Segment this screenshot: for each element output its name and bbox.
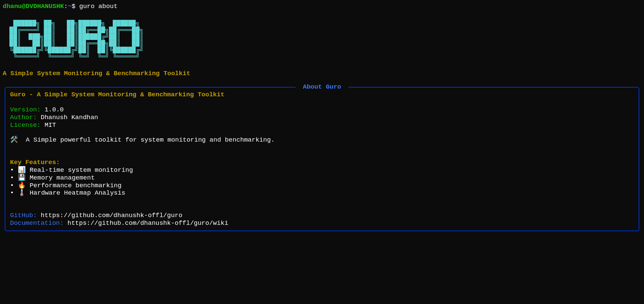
prompt-user-host: dhanu@DVDHANUSHK [3, 3, 64, 10]
author-label: Author: [10, 114, 37, 121]
author-value: Dhanush Kandhan [41, 114, 98, 121]
chart-icon: 📊 [18, 166, 26, 174]
features-title: Key Features: [10, 159, 634, 166]
bullet-icon: • [10, 174, 14, 182]
panel-heading: Guro - A Simple System Monitoring & Benc… [10, 91, 634, 99]
bullet-icon: • [10, 189, 14, 197]
about-panel: About Guro Guro - A Simple System Monito… [5, 87, 639, 231]
feature-item: • 💾 Memory management [10, 174, 634, 182]
meta-license: License: MIT [10, 121, 634, 129]
links-block: GitHub: https://github.com/dhanushk-offl… [10, 212, 634, 227]
prompt-symbol: $ [72, 3, 75, 10]
version-value: 1.0.0 [45, 106, 64, 113]
prompt-colon: : [64, 3, 67, 10]
ascii-logo: ██████╗ ██╗ ██╗██████╗ ██████╗ ██╔════╝ … [9, 20, 641, 61]
terminal-prompt-line: dhanu@DVDHANUSHK:~$ guro about [3, 3, 641, 10]
meta-author: Author: Dhanush Kandhan [10, 114, 634, 121]
docs-url[interactable]: https://github.com/dhanushk-offl/guro/wi… [67, 219, 228, 227]
docs-link-row: Documentation: https://github.com/dhanus… [10, 219, 634, 227]
github-label: GitHub: [10, 212, 37, 219]
feature-text: Memory management [30, 174, 95, 182]
feature-item: • 📊 Real-time system monitoring [10, 166, 634, 174]
tagline: A Simple System Monitoring & Benchmarkin… [3, 70, 641, 78]
fire-icon: 🔥 [18, 182, 26, 189]
feature-text: Hardware Heatmap Analysis [30, 189, 125, 197]
feature-item: • 🔥 Performance benchmarking [10, 182, 634, 190]
feature-text: Performance benchmarking [30, 182, 122, 189]
feature-text: Real-time system monitoring [30, 166, 133, 174]
bullet-icon: • [10, 182, 14, 189]
prompt-command[interactable]: guro about [79, 3, 118, 10]
thermometer-icon: 🌡️ [18, 189, 26, 197]
prompt-path: ~ [68, 3, 72, 10]
github-link-row: GitHub: https://github.com/dhanushk-offl… [10, 212, 634, 219]
docs-label: Documentation: [10, 219, 64, 227]
bullet-icon: • [10, 166, 14, 174]
license-value: MIT [45, 121, 56, 129]
feature-item: • 🌡️ Hardware Heatmap Analysis [10, 189, 634, 197]
version-label: Version: [10, 106, 41, 113]
panel-title: About Guro [296, 83, 349, 91]
tools-icon: 🛠️ [10, 136, 18, 144]
meta-version: Version: 1.0.0 [10, 106, 634, 114]
github-url[interactable]: https://github.com/dhanushk-offl/guro [41, 212, 182, 219]
description-row: 🛠️ A Simple powerful toolkit for system … [10, 136, 634, 144]
license-label: License: [10, 121, 41, 129]
floppy-icon: 💾 [18, 174, 26, 182]
description-text: A Simple powerful toolkit for system mon… [26, 136, 275, 144]
